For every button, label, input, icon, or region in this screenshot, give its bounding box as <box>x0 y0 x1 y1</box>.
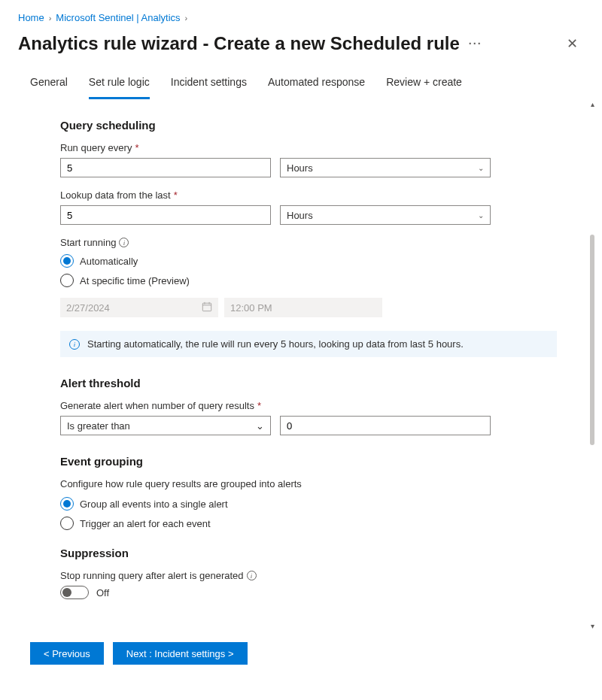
tab-incident-settings[interactable]: Incident settings <box>171 68 247 99</box>
time-input: 12:00 PM <box>224 298 382 317</box>
scroll-up-icon[interactable]: ▴ <box>591 99 594 110</box>
more-icon[interactable]: ··· <box>469 38 482 50</box>
calendar-icon <box>202 302 212 314</box>
label-lookup-data: Lookup data from the last* <box>60 189 557 201</box>
tab-set-rule-logic[interactable]: Set rule logic <box>89 68 150 99</box>
info-icon[interactable]: i <box>247 571 257 580</box>
section-suppression: Suppression <box>60 547 557 559</box>
radio-group-single[interactable] <box>60 497 74 511</box>
radio-label-automatically: Automatically <box>80 256 138 267</box>
event-grouping-desc: Configure how rule query results are gro… <box>60 478 557 489</box>
chevron-down-icon: ⌄ <box>478 211 484 220</box>
content-panel: Query scheduling Run query every* Hours … <box>0 99 602 632</box>
run-every-unit-select[interactable]: Hours ⌄ <box>280 158 491 177</box>
next-button[interactable]: Next : Incident settings > <box>113 642 248 665</box>
previous-button[interactable]: < Previous <box>30 642 104 665</box>
scroll-thumb[interactable] <box>590 235 594 445</box>
close-button[interactable]: ✕ <box>561 32 584 55</box>
info-icon: i <box>69 339 80 350</box>
footer: < Previous Next : Incident settings > <box>0 632 602 675</box>
select-value: Is greater than <box>67 420 130 432</box>
chevron-right-icon: › <box>185 14 188 23</box>
info-banner-text: Starting automatically, the rule will ru… <box>87 338 464 350</box>
date-value: 2/27/2024 <box>66 302 110 314</box>
label-suppression: Stop running query after alert is genera… <box>60 570 557 581</box>
info-banner: i Starting automatically, the rule will … <box>60 331 557 357</box>
run-every-input[interactable] <box>60 158 271 177</box>
select-value: Hours <box>287 210 313 221</box>
svg-rect-0 <box>202 303 211 311</box>
time-value: 12:00 PM <box>230 302 272 314</box>
section-alert-threshold: Alert threshold <box>60 377 557 389</box>
label-generate-alert: Generate alert when number of query resu… <box>60 400 557 411</box>
lookup-value-input[interactable] <box>60 205 271 225</box>
page-title: Analytics rule wizard - Create a new Sch… <box>18 33 460 54</box>
breadcrumb-sentinel[interactable]: Microsoft Sentinel | Analytics <box>56 12 180 23</box>
section-query-scheduling: Query scheduling <box>60 119 557 132</box>
radio-specific-time[interactable] <box>60 274 74 287</box>
radio-trigger-each[interactable] <box>60 517 74 530</box>
tab-automated-response[interactable]: Automated response <box>268 68 365 99</box>
info-icon[interactable]: i <box>119 238 129 247</box>
radio-label-group-single: Group all events into a single alert <box>80 498 228 510</box>
breadcrumb-home[interactable]: Home <box>18 12 44 23</box>
tabs: General Set rule logic Incident settings… <box>0 68 602 99</box>
toggle-state: Off <box>96 587 109 598</box>
label-run-query-every: Run query every* <box>60 142 557 153</box>
breadcrumb: Home › Microsoft Sentinel | Analytics › <box>0 0 602 28</box>
chevron-right-icon: › <box>49 14 52 23</box>
page-header: Analytics rule wizard - Create a new Sch… <box>0 28 602 68</box>
select-value: Hours <box>287 162 313 174</box>
threshold-operator-select[interactable]: Is greater than ⌄ <box>60 416 271 435</box>
radio-label-specific-time: At specific time (Preview) <box>80 275 190 286</box>
scroll-down-icon[interactable]: ▾ <box>591 621 594 632</box>
tab-general[interactable]: General <box>30 68 68 99</box>
close-icon: ✕ <box>567 36 578 51</box>
scrollbar[interactable]: ▴ ▾ <box>587 99 597 632</box>
chevron-down-icon: ⌄ <box>478 164 484 172</box>
radio-label-trigger-each: Trigger an alert for each event <box>80 518 211 529</box>
chevron-down-icon: ⌄ <box>256 420 264 432</box>
suppression-toggle[interactable] <box>60 586 89 599</box>
threshold-value-input[interactable] <box>280 416 491 435</box>
section-event-grouping: Event grouping <box>60 455 557 468</box>
tab-review-create[interactable]: Review + create <box>386 68 462 99</box>
date-input: 2/27/2024 <box>60 298 218 317</box>
label-start-running: Start running i <box>60 237 557 248</box>
lookup-unit-select[interactable]: Hours ⌄ <box>280 205 491 225</box>
radio-automatically[interactable] <box>60 254 74 268</box>
